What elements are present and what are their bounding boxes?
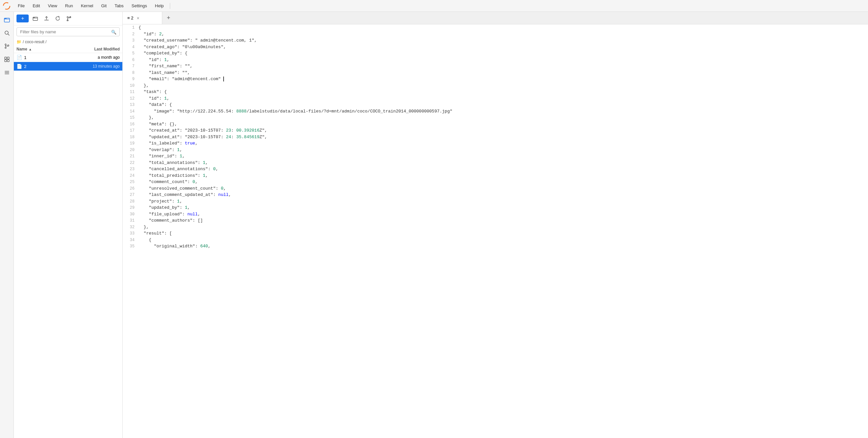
menu-view[interactable]: View: [44, 3, 60, 9]
sidebar-item-search[interactable]: [2, 28, 12, 38]
file-name: 1: [24, 55, 80, 60]
line-number: 17: [123, 127, 138, 134]
menu-help[interactable]: Help: [152, 3, 167, 9]
code-line: 8 "last_name": "",: [123, 70, 868, 76]
file-table-header: Name ▲ Last Modified: [14, 45, 122, 53]
code-line: 29 "updated_by": 1,: [123, 205, 868, 211]
code-line: 34 {: [123, 237, 868, 243]
sidebar-item-git[interactable]: [2, 41, 12, 52]
editor-tab[interactable]: ≡ 2 ×: [123, 12, 162, 24]
code-line: 33 "result": [: [123, 230, 868, 237]
column-modified[interactable]: Last Modified: [80, 47, 120, 52]
line-content: },: [138, 83, 868, 89]
svg-rect-8: [5, 57, 7, 59]
code-line: 5 "completed_by": {: [123, 50, 868, 57]
svg-point-4: [5, 44, 6, 45]
menu-edit[interactable]: Edit: [29, 3, 43, 9]
code-line: 18 "updated_at": "2023-10-15T07: 24: 35.…: [123, 134, 868, 140]
menu-settings[interactable]: Settings: [128, 3, 150, 9]
line-number: 28: [123, 198, 138, 205]
code-line: 35 "original_width": 640,: [123, 243, 868, 250]
code-line: 21 "inner_id": 1,: [123, 153, 868, 160]
svg-point-0: [3, 3, 10, 9]
line-content: },: [138, 224, 868, 230]
upload-button[interactable]: [42, 14, 51, 23]
file-panel: +: [14, 12, 123, 438]
line-content: "inner_id": 1,: [138, 153, 868, 160]
menu-file[interactable]: File: [14, 3, 28, 9]
tab-close-button[interactable]: ×: [136, 16, 140, 21]
sidebar-item-extensions[interactable]: [2, 54, 12, 65]
new-launcher-icon: +: [21, 16, 24, 21]
line-content: "email": "admin@tencent.com": [138, 76, 868, 83]
code-line: 11 "task": {: [123, 89, 868, 95]
refresh-button[interactable]: [53, 14, 62, 23]
line-content: "file_upload": null,: [138, 211, 868, 218]
line-content: "updated_at": "2023-10-15T07: 24: 35.845…: [138, 134, 868, 140]
column-name[interactable]: Name ▲: [17, 47, 80, 52]
code-line: 31 "comment_authors": []: [123, 217, 868, 224]
line-content: "last_name": "",: [138, 70, 868, 76]
line-number: 34: [123, 237, 138, 243]
file-icon: 📄: [17, 55, 22, 60]
code-line: 9 "email": "admin@tencent.com": [123, 76, 868, 83]
line-content: "total_annotations": 1,: [138, 160, 868, 166]
menu-tabs[interactable]: Tabs: [111, 3, 127, 9]
line-content: "completed_by": {: [138, 50, 868, 57]
code-line: 3 "created_username": " admin@tencent.co…: [123, 37, 868, 44]
line-number: 7: [123, 63, 138, 70]
code-line: 12 "id": 1,: [123, 95, 868, 102]
file-search-input[interactable]: [17, 27, 120, 36]
icon-sidebar: [0, 12, 14, 438]
sort-arrow-icon: ▲: [29, 48, 32, 51]
line-number: 10: [123, 83, 138, 89]
code-editor[interactable]: 1 { 2 "id": 2, 3 "created_username": " a…: [123, 24, 868, 438]
line-content: "updated_by": 1,: [138, 205, 868, 211]
line-number: 3: [123, 37, 138, 44]
file-row[interactable]: 📄 2 13 minutes ago: [14, 62, 122, 71]
line-number: 18: [123, 134, 138, 140]
menu-git[interactable]: Git: [98, 3, 110, 9]
line-content: "original_width": 640,: [138, 243, 868, 250]
menubar-separator: [170, 3, 170, 9]
line-number: 1: [123, 24, 138, 31]
line-content: },: [138, 115, 868, 121]
line-content: "project": 1,: [138, 198, 868, 205]
code-line: 4 "created_ago": "0\u00a0minutes",: [123, 44, 868, 51]
tab-add-button[interactable]: +: [162, 12, 175, 24]
breadcrumb: 📁 / coco-result /: [14, 38, 122, 45]
file-row[interactable]: 📄 1 a month ago: [14, 53, 122, 62]
line-number: 23: [123, 166, 138, 173]
git-button[interactable]: [64, 14, 73, 23]
line-content: "last_comment_updated_at": null,: [138, 192, 868, 198]
sidebar-item-filebrowser[interactable]: [2, 14, 12, 25]
code-line: 28 "project": 1,: [123, 198, 868, 205]
open-folder-button[interactable]: [31, 14, 40, 23]
menu-kernel[interactable]: Kernel: [78, 3, 97, 9]
svg-point-5: [5, 47, 6, 49]
line-number: 8: [123, 70, 138, 76]
sidebar-item-list[interactable]: [2, 67, 12, 78]
file-search-wrap: 🔍: [14, 25, 122, 38]
line-content: {: [138, 24, 868, 31]
line-content: "created_username": " admin@tencent.com,…: [138, 37, 868, 44]
code-line: 10 },: [123, 83, 868, 89]
line-content: "created_ago": "0\u00a0minutes",: [138, 44, 868, 51]
line-number: 32: [123, 224, 138, 230]
line-number: 14: [123, 108, 138, 115]
line-number: 6: [123, 57, 138, 63]
code-line: 1 {: [123, 24, 868, 31]
line-content: "comment_count": 0,: [138, 179, 868, 185]
line-content: "meta": {},: [138, 121, 868, 128]
code-line: 14 "image": "http://122.224.55.54: 8888/…: [123, 108, 868, 115]
line-number: 33: [123, 230, 138, 237]
line-number: 30: [123, 211, 138, 218]
tab-bar: ≡ 2 × +: [123, 12, 868, 24]
line-content: "overlap": 1,: [138, 147, 868, 153]
line-number: 20: [123, 147, 138, 153]
menu-run[interactable]: Run: [62, 3, 76, 9]
app-logo: [3, 2, 10, 10]
code-line: 20 "overlap": 1,: [123, 147, 868, 153]
new-launcher-button[interactable]: +: [17, 14, 29, 23]
line-number: 27: [123, 192, 138, 198]
